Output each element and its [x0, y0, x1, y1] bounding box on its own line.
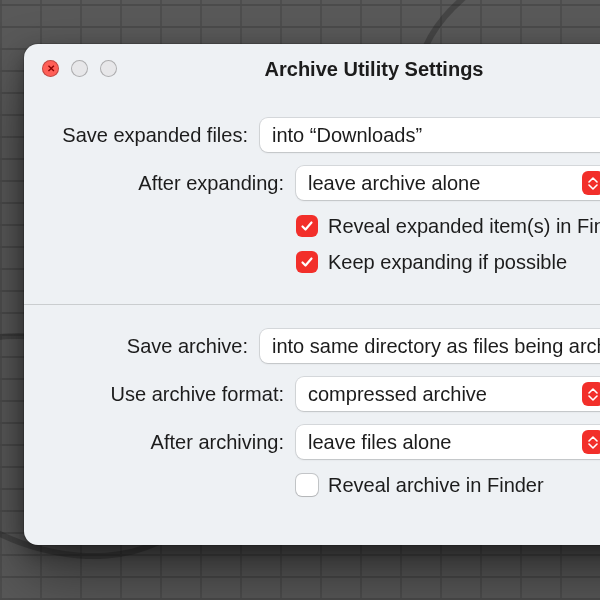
window-title: Archive Utility Settings — [265, 58, 484, 81]
archiving-section: Save archive: into same directory as fil… — [24, 305, 600, 523]
archive-format-label: Use archive format: — [24, 383, 296, 406]
minimize-button[interactable] — [71, 60, 88, 77]
after-archiving-value: leave files alone — [308, 431, 451, 454]
keep-expanding-label: Keep expanding if possible — [328, 251, 567, 274]
keep-expanding-checkbox[interactable] — [296, 251, 318, 273]
after-archiving-popup[interactable]: leave files alone — [296, 425, 600, 459]
reveal-archive-row: Reveal archive in Finder — [296, 469, 600, 501]
save-archive-label: Save archive: — [24, 335, 260, 358]
expanding-section: Save expanded files: into “Downloads” Af… — [24, 94, 600, 300]
settings-window: Archive Utility Settings Save expanded f… — [24, 44, 600, 545]
close-button[interactable] — [42, 60, 59, 77]
save-archive-value: into same directory as files being archi… — [272, 335, 600, 358]
save-archive-row: Save archive: into same directory as fil… — [24, 325, 600, 367]
after-expanding-popup[interactable]: leave archive alone — [296, 166, 600, 200]
updown-icon — [582, 430, 600, 454]
titlebar: Archive Utility Settings — [24, 44, 600, 94]
reveal-expanded-row: Reveal expanded item(s) in Finder — [296, 210, 600, 242]
zoom-button[interactable] — [100, 60, 117, 77]
reveal-archive-checkbox[interactable] — [296, 474, 318, 496]
updown-icon — [582, 171, 600, 195]
save-archive-popup[interactable]: into same directory as files being archi… — [260, 329, 600, 363]
after-archiving-label: After archiving: — [24, 431, 296, 454]
save-expanded-row: Save expanded files: into “Downloads” — [24, 114, 600, 156]
save-expanded-popup[interactable]: into “Downloads” — [260, 118, 600, 152]
archive-format-popup[interactable]: compressed archive — [296, 377, 600, 411]
save-expanded-label: Save expanded files: — [24, 124, 260, 147]
updown-icon — [582, 382, 600, 406]
reveal-expanded-checkbox[interactable] — [296, 215, 318, 237]
after-archiving-row: After archiving: leave files alone — [24, 421, 600, 463]
reveal-expanded-label: Reveal expanded item(s) in Finder — [328, 215, 600, 238]
archive-format-row: Use archive format: compressed archive — [24, 373, 600, 415]
reveal-archive-label: Reveal archive in Finder — [328, 474, 544, 497]
keep-expanding-row: Keep expanding if possible — [296, 246, 600, 278]
after-expanding-value: leave archive alone — [308, 172, 480, 195]
save-expanded-value: into “Downloads” — [272, 124, 422, 147]
after-expanding-label: After expanding: — [24, 172, 296, 195]
after-expanding-row: After expanding: leave archive alone — [24, 162, 600, 204]
window-controls — [42, 60, 117, 77]
archive-format-value: compressed archive — [308, 383, 487, 406]
